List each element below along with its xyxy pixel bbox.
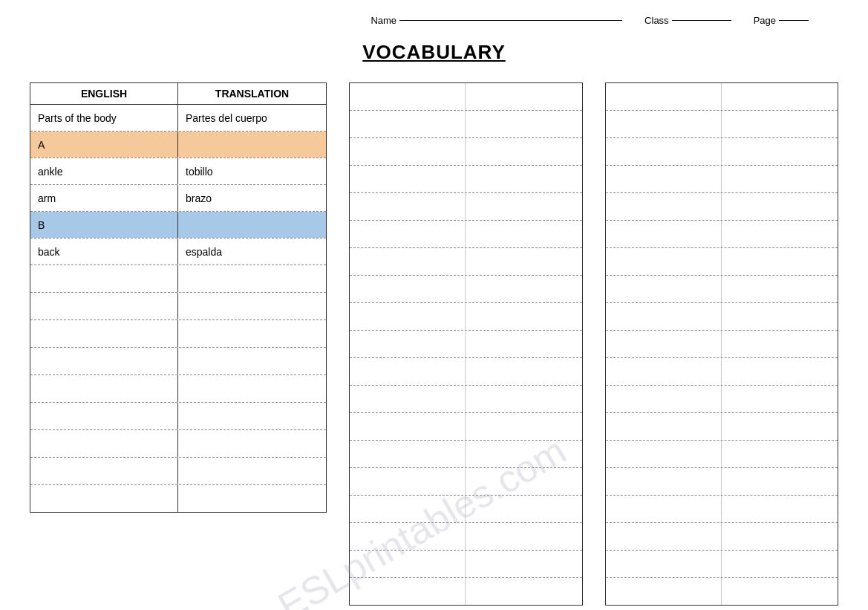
practice-cell-left [350, 496, 466, 522]
practice-cell-right [466, 358, 581, 385]
practice-cell-left [350, 468, 466, 495]
col-english-header: ENGLISH [30, 83, 178, 104]
practice-row [350, 83, 582, 111]
vocab-row [30, 430, 326, 458]
vocab-cell-translation [178, 265, 326, 292]
vocab-cell-english: B [30, 212, 178, 238]
vocab-cell-english [30, 293, 178, 319]
practice-row [350, 413, 582, 441]
vocab-row [30, 265, 326, 293]
practice-cell-right [466, 331, 581, 357]
practice-cell-left [606, 441, 722, 467]
practice-cell-right [722, 303, 838, 330]
practice-cell-right [466, 193, 581, 220]
practice-row [350, 468, 582, 496]
vocab-row: ankletobillo [30, 158, 326, 185]
practice-row [350, 166, 582, 193]
practice-cell-left [350, 138, 466, 165]
practice-cell-right [466, 138, 581, 165]
practice-row [606, 496, 838, 523]
class-field: Class [645, 15, 731, 26]
practice-row [350, 386, 582, 413]
class-underline [672, 20, 731, 21]
practice-row [350, 496, 582, 523]
practice-cell-left [350, 248, 466, 275]
vocab-cell-english: ankle [30, 158, 178, 184]
practice-cell-right [466, 441, 581, 467]
practice-cell-left [350, 276, 466, 302]
vocab-header-row: ENGLISH TRANSLATION [30, 83, 326, 105]
practice-row [606, 578, 838, 605]
practice-row [350, 221, 582, 248]
practice-cell-left [606, 83, 722, 110]
vocab-cell-translation [178, 293, 326, 319]
practice-row [606, 468, 838, 496]
practice-cell-right [722, 331, 838, 357]
practice-cell-right [722, 166, 838, 192]
vocab-cell-translation [178, 375, 326, 402]
practice-row [350, 358, 582, 386]
practice-cell-right [466, 578, 581, 605]
vocab-row: B [30, 212, 326, 239]
practice-row [606, 523, 838, 551]
practice-row [606, 221, 838, 248]
practice-cell-left [606, 193, 722, 220]
practice-cell-left [606, 221, 722, 247]
practice-row [606, 331, 838, 358]
col-translation-header: TRANSLATION [178, 83, 326, 104]
vocab-cell-english: arm [30, 185, 178, 211]
practice-row [606, 303, 838, 331]
practice-cell-right [466, 551, 581, 577]
practice-row [350, 331, 582, 358]
header: Name Class Page [30, 15, 838, 26]
practice-cell-right [722, 83, 838, 110]
practice-cell-right [466, 496, 581, 522]
practice-cell-right [466, 468, 581, 495]
vocab-row [30, 403, 326, 430]
practice-cell-left [606, 468, 722, 495]
practice-cell-right [722, 193, 838, 220]
vocab-row [30, 375, 326, 403]
practice-cell-right [466, 111, 581, 137]
practice-cell-right [466, 276, 581, 302]
practice-row [606, 386, 838, 413]
practice-cell-right [466, 221, 581, 247]
vocab-row [30, 320, 326, 348]
practice-cell-right [722, 358, 838, 385]
practice-row [606, 276, 838, 303]
practice-row [350, 111, 582, 138]
practice-cell-left [350, 303, 466, 330]
vocab-row [30, 348, 326, 375]
practice-cell-left [350, 221, 466, 247]
vocab-cell-translation [178, 485, 326, 512]
practice-cell-left [606, 413, 722, 440]
practice-cell-right [722, 138, 838, 165]
practice-cell-right [722, 496, 838, 522]
vocab-cell-translation: brazo [178, 185, 326, 211]
practice-cell-left [350, 111, 466, 137]
practice-row [350, 551, 582, 578]
vocab-row: armbrazo [30, 185, 326, 212]
practice-row [350, 276, 582, 303]
practice-cell-right [722, 578, 838, 605]
vocab-row: A [30, 132, 326, 158]
vocab-cell-english [30, 348, 178, 374]
practice-cell-right [722, 441, 838, 467]
practice-cell-right [722, 551, 838, 577]
practice-cell-left [606, 166, 722, 192]
vocab-row [30, 293, 326, 320]
practice-cell-left [350, 331, 466, 357]
vocab-cell-translation [178, 320, 326, 347]
practice-cell-left [606, 138, 722, 165]
practice-row [350, 193, 582, 221]
vocab-cell-translation [178, 403, 326, 429]
vocab-cell-english: A [30, 132, 178, 158]
practice-row [350, 578, 582, 605]
main-content: ENGLISH TRANSLATION Parts of the bodyPar… [30, 82, 838, 606]
practice-cell-left [350, 83, 466, 110]
practice-table-2 [605, 82, 839, 606]
practice-cell-right [466, 386, 581, 412]
practice-cell-right [466, 248, 581, 275]
practice-cell-left [350, 386, 466, 412]
vocab-cell-translation [178, 430, 326, 457]
